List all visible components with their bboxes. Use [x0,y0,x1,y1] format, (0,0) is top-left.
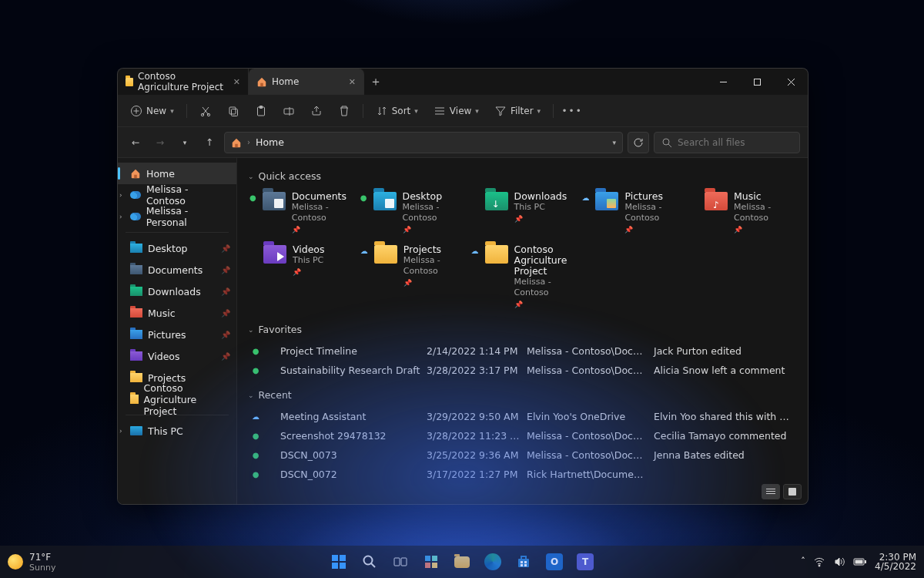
taskbar-weather[interactable]: 71°F Sunny [8,552,55,573]
sidebar-item-label: Desktop [148,243,188,254]
file-explorer-app[interactable] [449,549,475,575]
pin-icon: 📌 [624,224,681,235]
rename-button[interactable] [276,101,301,121]
item-location: Melissa - Contoso [624,202,681,223]
sidebar-item-contoso-agriculture-project[interactable]: Contoso Agriculture Project [118,388,236,410]
breadcrumb[interactable]: › Home ▾ [224,132,623,153]
sidebar-item-downloads[interactable]: Downloads 📌 [118,281,236,302]
new-button[interactable]: New ▾ [124,101,180,121]
close-icon[interactable]: ✕ [349,77,356,87]
svg-rect-17 [425,556,430,561]
sidebar-item-label: Contoso Agriculture Project [144,382,230,417]
breadcrumb-segment[interactable]: Home [256,136,284,148]
item-name: Contoso Agriculture Project [514,244,571,277]
sidebar-item-documents[interactable]: Documents 📌 [118,259,236,281]
minimize-button[interactable] [706,69,740,95]
group-header-favorites[interactable]: ⌄Favorites [248,324,795,335]
svg-rect-15 [394,558,400,566]
sidebar-item-onedrive-work[interactable]: › Melissa - Contoso [118,184,236,206]
clock[interactable]: 2:30 PM 4/5/2022 [875,553,916,571]
svg-rect-5 [231,109,237,116]
item-name: Music [734,191,792,202]
sidebar-item-desktop[interactable]: Desktop 📌 [118,237,236,259]
battery-icon[interactable] [853,557,867,566]
quick-access-item[interactable]: ☁ Contoso Agriculture Project Melissa - … [468,241,574,313]
maximize-button[interactable] [740,69,774,95]
folder-icon [130,395,139,404]
forward-button[interactable]: → [150,133,170,153]
close-button[interactable] [774,69,808,95]
quick-access-item[interactable]: ● Desktop Melissa - Contoso 📌 [357,188,464,238]
copy-button[interactable] [221,101,246,121]
refresh-button[interactable] [628,132,649,153]
edge-app[interactable] [480,549,506,575]
recent-locations-button[interactable]: ▾ [175,133,195,153]
chevron-down-icon: ⌄ [248,326,254,334]
new-tab-button[interactable]: ＋ [364,69,387,95]
close-icon[interactable]: ✕ [233,77,240,87]
sidebar-item-onedrive-personal[interactable]: › Melissa - Personal [118,206,236,227]
quick-access-item[interactable]: ☁ Pictures Melissa - Contoso 📌 [578,188,685,238]
chevron-right-icon[interactable]: › [119,213,122,220]
task-view-app[interactable] [387,549,413,575]
cut-button[interactable] [193,101,218,121]
outlook-app[interactable]: O [541,549,567,575]
sidebar-item-this-pc[interactable]: › This PC [118,420,236,442]
quick-access-item[interactable]: Downloads This PC 📌 [468,188,574,238]
details-view-button[interactable] [762,484,780,499]
quick-access-item[interactable]: Videos This PC 📌 [246,241,353,313]
sort-button[interactable]: Sort▾ [370,101,424,121]
search-box[interactable] [654,132,800,153]
pin-icon: 📌 [293,267,325,277]
system-tray[interactable]: ˆ 2:30 PM 4/5/2022 [801,553,916,571]
home-icon [231,137,242,148]
teams-app[interactable]: T [572,549,598,575]
chevron-right-icon: › [247,138,250,146]
tab-contoso-project[interactable]: Contoso Agriculture Project ✕ [118,69,249,95]
filter-button[interactable]: Filter▾ [488,101,547,121]
chevron-right-icon[interactable]: › [119,427,122,435]
sidebar-item-videos[interactable]: Videos 📌 [118,345,236,367]
sidebar-item-label: Downloads [148,286,201,297]
folder-icon [705,192,728,210]
group-header-quick-access[interactable]: ⌄Quick access [248,170,795,182]
folder-icon [130,373,142,382]
file-date: 3/25/2022 9:36 AM [424,445,524,465]
quick-access-item[interactable]: ● Documents Melissa - Contoso 📌 [246,188,353,238]
paste-button[interactable] [249,101,273,121]
svg-point-26 [819,565,820,566]
chevron-right-icon[interactable]: › [119,191,122,199]
delete-button[interactable] [332,101,357,121]
item-location: Melissa - Contoso [292,202,350,223]
search-icon [661,136,673,149]
sidebar-item-music[interactable]: Music 📌 [118,302,236,324]
up-button[interactable]: ↑ [199,133,219,153]
share-button[interactable] [304,101,329,121]
quick-access-item[interactable]: Music Melissa - Contoso 📌 [689,188,795,238]
pin-icon: 📌 [221,287,230,296]
store-icon [515,553,532,570]
back-button[interactable]: ← [126,133,146,153]
chevron-down-icon[interactable]: ▾ [612,139,616,146]
group-header-recent[interactable]: ⌄Recent [248,389,795,401]
volume-icon[interactable] [833,556,845,568]
search-app[interactable] [357,549,383,575]
svg-rect-24 [521,564,523,566]
large-icons-view-button[interactable] [783,484,802,499]
search-input[interactable] [678,137,793,148]
sidebar-item-pictures[interactable]: Pictures 📌 [118,324,236,345]
sidebar-item-label: Home [146,168,175,180]
chevron-up-icon[interactable]: ˆ [801,556,805,567]
sidebar-item-home[interactable]: Home [118,163,236,184]
widgets-app[interactable] [418,549,444,575]
wifi-icon[interactable] [813,556,825,568]
file-date: 3/17/2022 1:27 PM [424,465,524,484]
more-button[interactable]: ••• [560,101,584,121]
store-app[interactable] [511,549,537,575]
file-location: Melissa - Contoso\Documents [524,426,651,445]
tab-home[interactable]: Home ✕ [249,69,364,95]
quick-access-item[interactable]: ☁ Projects Melissa - Contoso 📌 [357,241,464,313]
start-button[interactable] [326,549,352,575]
view-button[interactable]: View▾ [427,101,485,121]
folder-icon [263,192,286,210]
